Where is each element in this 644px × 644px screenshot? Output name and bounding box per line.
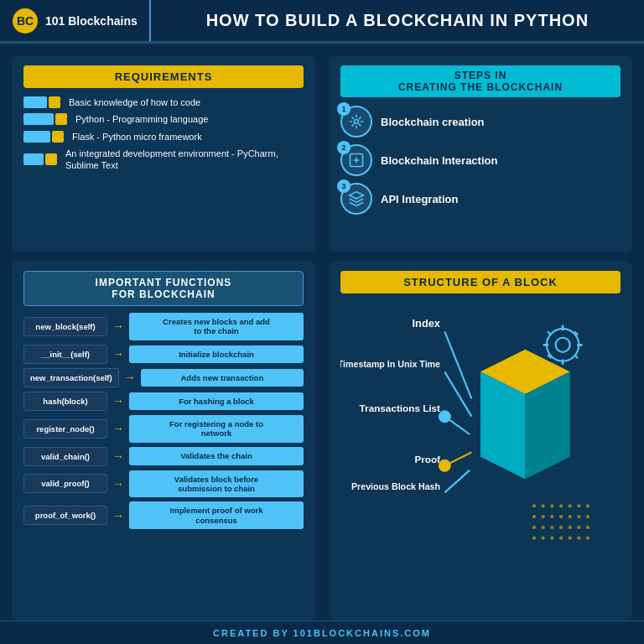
func-arrow-2: → [124, 371, 136, 384]
svg-point-32 [559, 504, 563, 507]
func-row-2: new_transaction(self) → Adds new transac… [23, 368, 304, 387]
block-visual: Index Timestamp In Unix Time Transaction… [340, 300, 621, 569]
func-name-0: new_block(self) [23, 317, 107, 336]
svg-point-41 [577, 515, 580, 518]
step-info-1: Blockchain creation [381, 114, 621, 129]
svg-text:Previous Block Hash: Previous Block Hash [351, 481, 440, 491]
func-name-3: hash(block) [23, 392, 107, 411]
logo-text: 101 Blockchains [45, 14, 138, 28]
req-text-4: An integrated development environment - … [65, 148, 304, 172]
req-item-4: An integrated development environment - … [23, 148, 304, 172]
func-row-4: register_node() → For registering a node… [23, 415, 304, 443]
svg-point-55 [577, 537, 580, 540]
func-row-6: valid_proof() → Validates block before s… [23, 470, 304, 498]
func-desc-3: For hashing a block [129, 392, 304, 410]
step-number-1: 1 [337, 102, 351, 116]
req-bar-1 [23, 96, 60, 108]
func-name-1: __init__(self) [23, 345, 107, 364]
func-arrow-1: → [112, 347, 124, 361]
svg-point-10 [439, 460, 451, 472]
svg-point-48 [577, 526, 580, 529]
bar-blue-2 [23, 113, 54, 125]
func-desc-6: Validates block before submission to cha… [129, 470, 304, 498]
step-item-3: 3 API Integration [340, 183, 621, 215]
svg-line-5 [444, 371, 471, 416]
bar-yellow-2 [55, 113, 67, 125]
step-info-2: Blockchain Interaction [381, 153, 621, 168]
svg-point-43 [532, 526, 536, 529]
func-row-7: proof_of_work() → Implement proof of wor… [23, 501, 304, 529]
req-item-1: Basic knowledge of how to code [23, 96, 304, 108]
func-desc-0: Creates new blocks and add to the chain [129, 313, 304, 340]
step-connector-1: 1 [340, 106, 372, 138]
svg-point-15 [556, 338, 570, 352]
functions-section: IMPORTANT FUNCTIONS FOR BLOCKCHAIN new_b… [12, 261, 315, 621]
func-row-5: valid_chain() → Validates the chain [23, 447, 304, 466]
step-item-2: 2 Blockchain Interaction [340, 144, 621, 176]
step-number-2: 2 [337, 141, 351, 154]
step-icon-2: 2 [340, 144, 372, 176]
block-svg: Index Timestamp In Unix Time Transaction… [340, 300, 621, 569]
svg-point-52 [550, 537, 553, 540]
req-bar-2 [23, 113, 67, 125]
svg-text:BC: BC [17, 14, 34, 28]
svg-point-9 [439, 410, 451, 423]
steps-section: STEPS IN CREATING THE BLOCKCHAIN 1 Block… [329, 55, 632, 252]
func-arrow-7: → [112, 509, 124, 522]
svg-point-47 [569, 526, 572, 529]
bar-yellow-4 [45, 153, 57, 165]
block-structure-section: STRUCTURE OF A BLOCK [329, 261, 632, 621]
svg-point-39 [559, 515, 563, 518]
svg-point-35 [586, 504, 589, 507]
req-bar-4 [23, 153, 57, 165]
req-bar-3 [23, 131, 64, 143]
requirements-list: Basic knowledge of how to code Python - … [23, 96, 304, 171]
svg-point-46 [559, 526, 563, 529]
svg-point-50 [532, 537, 536, 540]
svg-point-29 [532, 504, 536, 507]
step-item-1: 1 Blockchain creation [340, 106, 621, 138]
svg-point-14 [547, 329, 579, 361]
req-text-1: Basic knowledge of how to code [69, 96, 200, 108]
svg-point-36 [532, 515, 536, 518]
steps-title: STEPS IN CREATING THE BLOCKCHAIN [340, 65, 621, 97]
step-number-3: 3 [337, 179, 351, 193]
svg-text:Timestamp In Unix Time: Timestamp In Unix Time [340, 359, 440, 369]
step-label-2: Blockchain Interaction [381, 154, 497, 167]
logo-icon: BC [12, 8, 39, 34]
func-arrow-5: → [112, 449, 124, 463]
functions-title-text: IMPORTANT FUNCTIONS FOR BLOCKCHAIN [96, 277, 232, 300]
func-row-3: hash(block) → For hashing a block [23, 392, 304, 411]
func-arrow-3: → [112, 394, 124, 408]
svg-point-2 [355, 120, 359, 124]
svg-point-42 [586, 515, 589, 518]
svg-point-49 [586, 526, 589, 529]
svg-point-33 [569, 504, 572, 507]
func-desc-1: Initialize blockchain [129, 345, 304, 363]
bar-yellow [49, 96, 60, 108]
svg-text:Index: Index [413, 317, 441, 330]
svg-text:Proof: Proof [414, 454, 440, 465]
header-title-area: HOW TO BUILD A BLOCKCHAIN IN PYTHON [151, 11, 644, 30]
footer: CREATED BY 101BLOCKCHAINS.COM [0, 621, 644, 644]
svg-point-54 [569, 537, 572, 540]
main-content: REQUIREMENTS Basic knowledge of how to c… [0, 44, 644, 621]
svg-point-45 [550, 526, 553, 529]
block-structure-title: STRUCTURE OF A BLOCK [340, 271, 621, 293]
footer-text: CREATED BY 101BLOCKCHAINS.COM [213, 628, 431, 638]
svg-line-21 [574, 355, 578, 358]
svg-point-44 [542, 526, 545, 529]
requirements-title: REQUIREMENTS [23, 65, 304, 88]
svg-line-20 [548, 331, 551, 335]
functions-title: IMPORTANT FUNCTIONS FOR BLOCKCHAIN [23, 271, 304, 306]
req-item-3: Flask - Python micro framework [23, 131, 304, 143]
svg-point-40 [569, 515, 572, 518]
func-name-5: valid_chain() [23, 447, 107, 466]
header-title: HOW TO BUILD A BLOCKCHAIN IN PYTHON [206, 11, 589, 29]
step-info-3: API Integration [381, 191, 621, 206]
func-row-1: __init__(self) → Initialize blockchain [23, 345, 304, 364]
svg-point-56 [586, 537, 589, 540]
svg-line-8 [444, 470, 470, 493]
func-arrow-0: → [112, 319, 124, 333]
svg-point-30 [542, 504, 545, 507]
